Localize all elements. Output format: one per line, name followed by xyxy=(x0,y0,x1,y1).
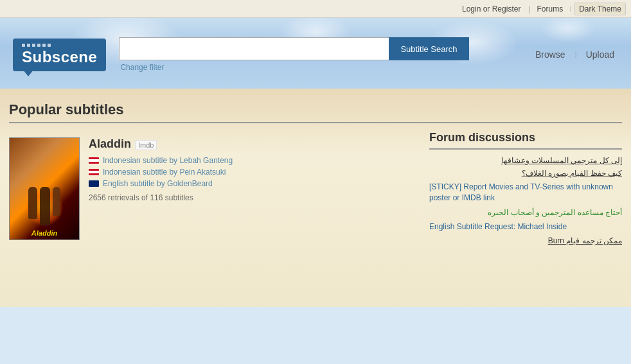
main-content: Popular subtitles Aladdin xyxy=(0,89,631,307)
forum-item-2: كيف حفظ الفيام بصوره الغلاف؟ xyxy=(429,169,622,178)
upload-link[interactable]: Upload xyxy=(582,47,618,62)
subtitle-item-2: Indonesian subtitle by Pein Akatsuki xyxy=(89,168,416,177)
poster-inner: Aladdin xyxy=(10,138,79,239)
forum-item-4: أحتاج مساعده المترجمين و أصحاب الخبره xyxy=(429,207,622,218)
logo-dots xyxy=(22,44,51,47)
poster-title-text: Aladdin xyxy=(31,229,57,237)
flag-en-1 xyxy=(89,180,99,187)
search-input[interactable] xyxy=(119,37,389,60)
nav-links: Browse ⁝ Upload xyxy=(531,47,618,62)
logo-dot-5 xyxy=(42,44,46,47)
forum-item-3: [STICKY] Report Movies and TV-Series wit… xyxy=(429,182,622,204)
subtitle-link-1[interactable]: Indonesian subtitle by Lebah Ganteng xyxy=(103,156,233,165)
change-filter-link[interactable]: Change filter xyxy=(119,63,164,72)
forum-item-5: English Subtitle Request: Michael Inside xyxy=(429,221,622,232)
separator-2: ⁝ xyxy=(569,4,572,13)
login-register-link[interactable]: Login or Register xyxy=(457,3,526,15)
subtitle-link-2[interactable]: Indonesian subtitle by Pein Akatsuki xyxy=(103,168,226,177)
separator-1: | xyxy=(528,4,530,13)
logo-dot-1 xyxy=(22,44,25,47)
movie-poster: Aladdin xyxy=(9,137,80,240)
right-column: Forum discussions إلى كل مترجمي المسلسلا… xyxy=(429,131,622,249)
top-bar: Login or Register | Forums ⁝ Dark Theme xyxy=(0,0,631,18)
movie-card: Aladdin Aladdin Imdb Indonesian subtitle… xyxy=(9,131,416,247)
subtitle-item-1: Indonesian subtitle by Lebah Ganteng xyxy=(89,156,416,165)
forums-link[interactable]: Forums xyxy=(533,3,567,15)
logo-dot-2 xyxy=(27,44,30,47)
subtitle-link-3[interactable]: English subtitle by GoldenBeard xyxy=(103,179,213,188)
forum-item-6: ممكن ترجمه فيام Burn xyxy=(429,236,622,245)
imdb-link[interactable]: Imdb xyxy=(135,140,157,150)
forum-link-2[interactable]: كيف حفظ الفيام بصوره الغلاف؟ xyxy=(429,169,622,178)
subtitle-item-3: English subtitle by GoldenBeard xyxy=(89,179,416,188)
left-column: Aladdin Aladdin Imdb Indonesian subtitle… xyxy=(9,131,416,249)
forum-link-6[interactable]: ممكن ترجمه فيام Burn xyxy=(429,236,622,245)
forum-link-5[interactable]: English Subtitle Request: Michael Inside xyxy=(429,221,622,232)
header: Subscene Subtitle Search Change filter B… xyxy=(0,18,631,89)
flag-id-2 xyxy=(89,169,99,175)
forum-item-1: إلى كل مترجمي المسلسلات وعشاقها xyxy=(429,156,622,165)
flag-id-1 xyxy=(89,157,99,164)
logo-dot-3 xyxy=(32,44,35,47)
search-row: Subtitle Search xyxy=(119,37,468,60)
retrieval-count: 2656 retrievals of 116 subtitles xyxy=(89,193,416,202)
logo-text: Subscene xyxy=(22,48,97,66)
figure-3 xyxy=(53,187,60,216)
browse-link[interactable]: Browse xyxy=(531,47,569,62)
nav-separator: ⁝ xyxy=(574,49,577,60)
forum-discussions-title: Forum discussions xyxy=(429,131,622,150)
movie-title: Aladdin xyxy=(89,137,131,151)
logo-dot-4 xyxy=(37,44,40,47)
figure-1 xyxy=(28,187,37,219)
forum-link-1[interactable]: إلى كل مترجمي المسلسلات وعشاقها xyxy=(429,156,622,165)
logo-bubble xyxy=(23,70,33,76)
logo[interactable]: Subscene xyxy=(13,39,106,71)
figure-2 xyxy=(40,187,50,225)
search-area: Subtitle Search Change filter xyxy=(119,37,479,72)
movie-info: Aladdin Imdb Indonesian subtitle by Leba… xyxy=(89,137,416,240)
movie-title-row: Aladdin Imdb xyxy=(89,137,416,151)
logo-dot-6 xyxy=(48,44,51,47)
forum-link-4[interactable]: أحتاج مساعده المترجمين و أصحاب الخبره xyxy=(429,207,622,218)
subtitle-search-button[interactable]: Subtitle Search xyxy=(389,37,468,60)
dark-theme-link[interactable]: Dark Theme xyxy=(574,3,626,15)
forum-link-3[interactable]: [STICKY] Report Movies and TV-Series wit… xyxy=(429,182,622,204)
poster-figures xyxy=(10,187,79,225)
popular-subtitles-title: Popular subtitles xyxy=(9,101,622,123)
content-grid: Aladdin Aladdin Imdb Indonesian subtitle… xyxy=(9,131,622,249)
